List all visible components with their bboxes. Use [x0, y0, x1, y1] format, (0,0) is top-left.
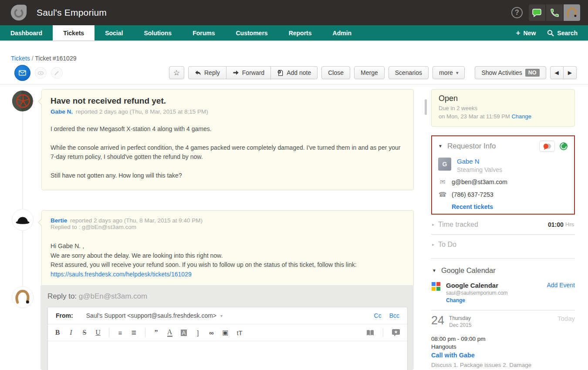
italic-icon[interactable]: I: [68, 329, 74, 336]
author-link[interactable]: Bertie: [51, 217, 67, 224]
wheel-avatar-icon: [12, 90, 33, 112]
insert-image-icon[interactable]: ▣: [222, 329, 228, 336]
bcc-link[interactable]: Bcc: [389, 312, 399, 319]
code-icon[interactable]: ]: [195, 329, 200, 336]
search-icon: [547, 30, 554, 37]
message-body: I ordered the new Megasoft X-station 4 a…: [51, 124, 405, 181]
change-due-link[interactable]: Change: [511, 113, 531, 120]
help-icon[interactable]: ?: [511, 7, 523, 18]
add-note-button[interactable]: Add note: [271, 66, 318, 79]
google-calendar-section-header[interactable]: ▼ Google Calendar: [431, 259, 575, 279]
compose-text-area[interactable]: [48, 341, 407, 370]
cc-link[interactable]: Cc: [374, 312, 382, 319]
expand-caret-icon: ▸: [432, 242, 434, 247]
agent-avatar-button[interactable]: [564, 4, 580, 21]
toolbar-divider: [109, 328, 109, 337]
due-date: on Mon, 23 Mar at 11:59 PM: [439, 113, 510, 120]
requestor-header[interactable]: ▼ Requestor Info: [438, 141, 568, 152]
caret-down-icon: ▾: [456, 70, 459, 76]
calendar-account: saul@saulsemporium.com: [446, 290, 508, 296]
google-calendar-section-title: Google Calendar: [441, 266, 496, 275]
forward-button[interactable]: Forward: [226, 66, 271, 79]
prev-ticket-button[interactable]: ◀: [550, 66, 564, 79]
nav-tab-customers[interactable]: Customers: [226, 25, 278, 40]
svg-text:★: ★: [394, 330, 398, 334]
scrollbar-thumb[interactable]: [425, 99, 427, 115]
edit-ticket-button[interactable]: [51, 67, 63, 79]
nav-tab-solutions[interactable]: Solutions: [133, 25, 182, 40]
canned-response-icon[interactable]: ★: [392, 329, 400, 336]
event-title-link[interactable]: Call with Gabe: [431, 352, 475, 359]
show-activities-toggle[interactable]: Show Activities NO: [475, 66, 546, 79]
nav-tab-tickets[interactable]: Tickets: [53, 25, 95, 40]
next-ticket-button[interactable]: ▶: [564, 66, 577, 79]
contact-email: g@ben@st3am.com: [452, 178, 507, 185]
more-button[interactable]: more ▾: [433, 66, 465, 79]
message-body: Hi Gabe N. , We are sorry about the dela…: [51, 242, 405, 279]
nav-tab-reports[interactable]: Reports: [278, 25, 322, 40]
watch-ticket-button[interactable]: [35, 67, 47, 79]
nav-tab-social[interactable]: Social: [95, 25, 133, 40]
search-button[interactable]: Search: [547, 30, 578, 37]
todo-section[interactable]: ▸ To Do: [431, 235, 575, 259]
phone-button[interactable]: [546, 4, 563, 21]
new-button[interactable]: + New: [516, 29, 536, 37]
freshdesk-swirl-button[interactable]: [559, 142, 568, 151]
nav-tab-forums[interactable]: Forums: [182, 25, 225, 40]
chat-button[interactable]: [529, 4, 545, 21]
bullet-list-icon[interactable]: ≡: [118, 329, 123, 336]
highlight-icon[interactable]: A: [181, 330, 187, 336]
contact-phone: (786) 637-7253: [452, 191, 493, 198]
nav-tab-admin[interactable]: Admin: [322, 25, 362, 40]
scenarios-label: Scenarios: [395, 69, 422, 76]
add-event-link[interactable]: Add Event: [547, 282, 575, 304]
contact-name-link[interactable]: Gabe N: [457, 158, 480, 165]
ticket-status: Open: [439, 94, 568, 103]
solutions-book-icon[interactable]: [366, 329, 375, 336]
message-paragraph: I ordered the new Megasoft X-station 4 a…: [51, 124, 405, 134]
author-link[interactable]: Gabe N.: [51, 108, 73, 115]
blockquote-icon[interactable]: ”: [154, 329, 159, 336]
numbered-list-icon[interactable]: ≣: [131, 329, 137, 336]
reply-button[interactable]: Reply: [188, 66, 226, 79]
close-button[interactable]: Close: [321, 66, 350, 79]
font-size-icon[interactable]: tT: [237, 329, 242, 336]
merge-button[interactable]: Merge: [354, 66, 385, 79]
favorite-button[interactable]: ☆: [169, 66, 184, 79]
compose-card: From: Saul's Support <support@sauls.fres…: [47, 307, 408, 370]
message-meta: Bertie reported 2 days ago (Thu, 8 Mar, …: [51, 217, 405, 230]
font-color-icon[interactable]: A: [167, 329, 172, 337]
toolbar-divider: [383, 328, 383, 337]
from-address-select[interactable]: Saul's Support <support@sauls.freshdesk.…: [86, 312, 223, 319]
prev-icon: ◀: [555, 70, 559, 76]
strikethrough-icon[interactable]: S: [82, 329, 87, 336]
calendar-change-link[interactable]: Change: [446, 297, 465, 303]
sidebar-divider: [431, 310, 575, 310]
nav-tab-dashboard[interactable]: Dashboard: [0, 25, 53, 40]
underline-icon[interactable]: U: [95, 329, 101, 336]
due-summary: Due in 2 weeks: [439, 104, 568, 113]
activities-status-badge: NO: [525, 69, 540, 77]
recent-tickets-link[interactable]: Recent tickets: [452, 203, 493, 210]
breadcrumb-tickets-link[interactable]: Tickets: [11, 55, 30, 62]
forward-label: Forward: [242, 69, 264, 76]
contact-avatar: G: [438, 158, 451, 171]
contact-toggle-button[interactable]: [539, 141, 555, 152]
time-tracked-section[interactable]: ▸ Time tracked 01:00 Hrs: [431, 215, 575, 235]
time-tracked-label: Time tracked: [438, 221, 478, 229]
calendar-day: 24: [431, 315, 444, 326]
email-source-badge: [14, 65, 30, 81]
scenarios-button[interactable]: Scenarios: [389, 66, 429, 79]
breadcrumb: Tickets / Ticket #161029: [11, 55, 76, 62]
bold-icon[interactable]: B: [55, 329, 60, 336]
reply-label: Reply: [204, 69, 220, 76]
calendar-event: 08:00 pm - 09:00 pm Hangouts Call with G…: [431, 336, 575, 370]
message-paragraph: Still have not gotten any. How long will…: [51, 171, 405, 181]
star-icon: ☆: [173, 68, 180, 77]
insert-link-icon[interactable]: ∞: [209, 329, 214, 336]
ticket-status-link[interactable]: https://sauls.freshdesk.com/helpdesk/tic…: [51, 271, 192, 278]
calendar-widget-title: Google Calendar: [446, 282, 508, 289]
reply-to-address: g@bEn@st3am.com: [79, 292, 147, 300]
brand-name: Saul's Emporium: [37, 7, 107, 18]
contact-company: Steaming Valves: [457, 166, 502, 173]
